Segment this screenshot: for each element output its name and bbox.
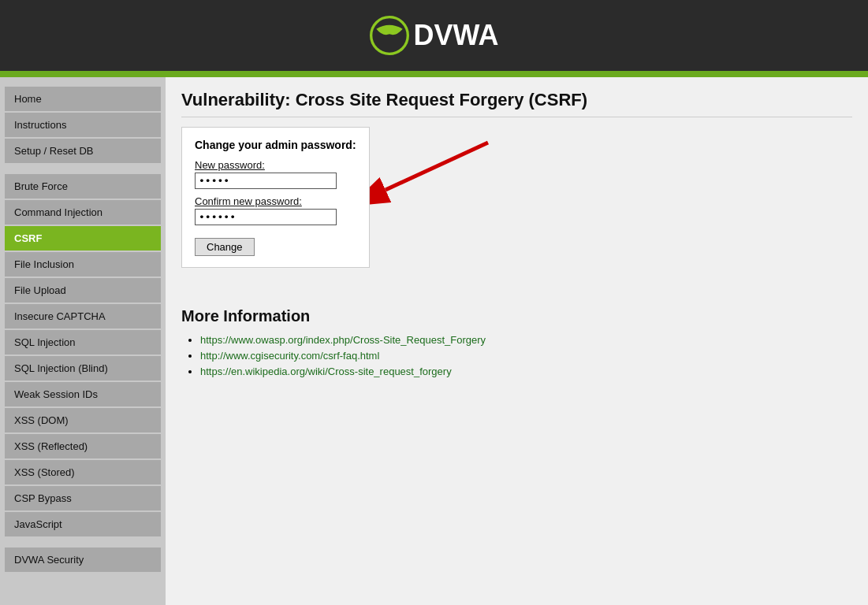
sidebar-item-command-injection[interactable]: Command Injection xyxy=(5,200,161,225)
more-info-link-0[interactable]: https://www.owasp.org/index.php/Cross-Si… xyxy=(200,334,486,346)
confirm-password-input[interactable] xyxy=(195,209,337,225)
svg-point-0 xyxy=(371,17,408,54)
more-info-link-item-0: https://www.owasp.org/index.php/Cross-Si… xyxy=(200,333,852,346)
sidebar-vuln-nav: Brute ForceCommand InjectionCSRFFile Inc… xyxy=(0,174,166,536)
sidebar-item-home[interactable]: Home xyxy=(5,87,161,111)
more-info-link-item-2: https://en.wikipedia.org/wiki/Cross-site… xyxy=(200,365,852,377)
more-info-link-2[interactable]: https://en.wikipedia.org/wiki/Cross-site… xyxy=(200,366,452,377)
sidebar-item-csp-bypass[interactable]: CSP Bypass xyxy=(5,486,161,510)
more-info-heading: More Information xyxy=(181,307,852,325)
green-bar xyxy=(0,71,868,77)
dvwa-logo-icon xyxy=(370,16,409,55)
layout: HomeInstructionsSetup / Reset DBBrute Fo… xyxy=(0,77,868,605)
sidebar-item-sql-injection[interactable]: SQL Injection xyxy=(5,330,161,354)
change-button[interactable]: Change xyxy=(195,238,255,256)
svg-line-2 xyxy=(386,143,488,190)
more-info-link-1[interactable]: http://www.cgisecurity.com/csrf-faq.html xyxy=(200,350,379,362)
sidebar-item-dvwa-security[interactable]: DVWA Security xyxy=(5,547,161,572)
page-title: Vulnerability: Cross Site Request Forger… xyxy=(181,90,852,117)
csrf-form-box: Change your admin password: New password… xyxy=(181,127,370,268)
main-content: Vulnerability: Cross Site Request Forger… xyxy=(166,77,868,605)
more-info-link-item-1: http://www.cgisecurity.com/csrf-faq.html xyxy=(200,349,852,362)
new-password-group: New password: xyxy=(195,159,356,189)
confirm-password-label: Confirm new password: xyxy=(195,195,356,207)
confirm-password-group: Confirm new password: xyxy=(195,195,356,225)
sidebar-item-csrf[interactable]: CSRF xyxy=(5,226,161,251)
sidebar-item-file-inclusion[interactable]: File Inclusion xyxy=(5,252,161,277)
sidebar-separator xyxy=(0,165,166,173)
sidebar-item-setup[interactable]: Setup / Reset DB xyxy=(5,139,161,163)
sidebar-item-weak-session-ids[interactable]: Weak Session IDs xyxy=(5,382,161,406)
new-password-input[interactable] xyxy=(195,173,337,189)
new-password-label: New password: xyxy=(195,159,356,171)
sidebar-item-xss-stored[interactable]: XSS (Stored) xyxy=(5,460,161,484)
header: DVWA xyxy=(0,0,868,71)
sidebar: HomeInstructionsSetup / Reset DBBrute Fo… xyxy=(0,77,166,605)
sidebar-separator-2 xyxy=(0,538,166,546)
logo-text: DVWA xyxy=(414,19,499,52)
sidebar-top-nav: HomeInstructionsSetup / Reset DB xyxy=(0,87,166,163)
logo: DVWA xyxy=(370,16,499,55)
sidebar-item-insecure-captcha[interactable]: Insecure CAPTCHA xyxy=(5,304,161,328)
more-info-links: https://www.owasp.org/index.php/Cross-Si… xyxy=(181,333,852,377)
sidebar-bottom-nav: DVWA Security xyxy=(0,547,166,572)
sidebar-item-javascript[interactable]: JavaScript xyxy=(5,512,161,536)
sidebar-item-file-upload[interactable]: File Upload xyxy=(5,278,161,302)
sidebar-item-xss-dom[interactable]: XSS (DOM) xyxy=(5,408,161,432)
sidebar-item-sql-injection-blind[interactable]: SQL Injection (Blind) xyxy=(5,356,161,380)
red-arrow-annotation xyxy=(370,135,496,213)
more-info-section: More Information https://www.owasp.org/i… xyxy=(181,307,852,377)
sidebar-item-instructions[interactable]: Instructions xyxy=(5,113,161,137)
sidebar-item-brute-force[interactable]: Brute Force xyxy=(5,174,161,199)
form-heading: Change your admin password: xyxy=(195,139,356,151)
sidebar-item-xss-reflected[interactable]: XSS (Reflected) xyxy=(5,434,161,458)
